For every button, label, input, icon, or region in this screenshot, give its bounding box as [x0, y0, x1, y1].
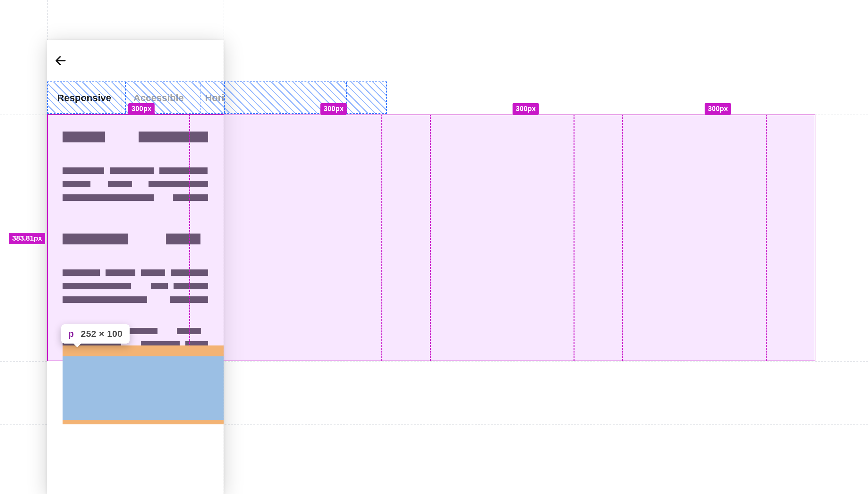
devtools-height-chip: 383.81px [9, 233, 45, 244]
device-artboard: Responsive Accessible Horizontal [47, 40, 224, 494]
redacted-text-line [62, 168, 208, 174]
redacted-text-line [62, 341, 208, 348]
devtools-flex-separator [381, 115, 382, 361]
device-header [47, 40, 224, 81]
devtools-flex-separator [430, 115, 431, 361]
devtools-gap-chip: 300px [705, 103, 731, 115]
redacted-text-line [62, 269, 208, 276]
devtools-flex-separator [766, 115, 767, 361]
devtools-flex-separator [574, 115, 575, 361]
tab-responsive[interactable]: Responsive [47, 81, 121, 114]
tab-panel-content [47, 115, 224, 375]
devtools-flex-separator [622, 115, 623, 361]
redacted-text-line [62, 297, 208, 303]
devtools-gap-chip: 300px [513, 103, 539, 115]
redacted-text-line [62, 283, 208, 289]
redacted-text-line [62, 194, 208, 201]
tab-horizontal[interactable]: Horizontal [196, 81, 224, 114]
redacted-heading [62, 233, 208, 244]
redacted-heading [62, 132, 208, 142]
back-arrow-icon[interactable] [54, 54, 67, 67]
canvas-guide-vertical [224, 0, 224, 494]
devtools-gap-chip: 300px [321, 103, 347, 115]
redacted-text-line [62, 355, 208, 361]
device-tabs: Responsive Accessible Horizontal [47, 81, 224, 115]
redacted-text-line [62, 368, 208, 375]
tab-accessible[interactable]: Accessible [121, 81, 196, 114]
redacted-text-line [62, 328, 208, 334]
redacted-text-line [62, 181, 208, 187]
